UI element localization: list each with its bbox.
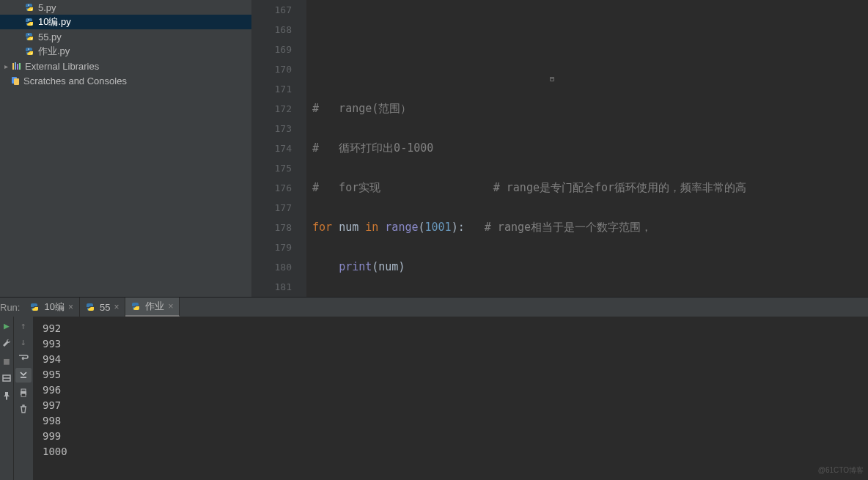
run-toolbar-col2: ↑ ↓ xyxy=(14,317,34,480)
rerun-icon[interactable]: ▶ xyxy=(1,320,12,331)
svg-point-2 xyxy=(28,19,29,21)
stop-icon[interactable]: ■ xyxy=(1,355,12,366)
external-libs-label: External Libraries xyxy=(25,61,99,72)
project-sidebar[interactable]: 5.py 10编.py 55.py 作业.py ▸ External Lib xyxy=(0,0,251,297)
library-icon xyxy=(12,61,22,71)
file-item-selected[interactable]: 10编.py xyxy=(0,15,251,29)
run-toolbar-col1: ▶ ■ xyxy=(0,317,14,480)
scratches-consoles[interactable]: Scratches and Consoles xyxy=(0,73,251,88)
fold-icon[interactable]: ⊟ xyxy=(550,75,557,82)
run-tab[interactable]: 55 × xyxy=(80,298,125,317)
python-file-icon xyxy=(131,301,141,311)
run-tab-active[interactable]: 作业 × xyxy=(125,298,180,317)
code-content[interactable]: # range(范围） # 循环打印出0-1000 # for实现 # rang… xyxy=(306,0,868,297)
python-file-icon xyxy=(25,2,35,12)
line-gutter: 167 168 169 170 171 172 173 174 175 176 … xyxy=(251,0,306,297)
trash-icon[interactable] xyxy=(18,403,29,415)
svg-rect-10 xyxy=(17,64,18,70)
svg-point-7 xyxy=(31,53,32,54)
python-file-icon xyxy=(25,46,35,56)
scroll-to-end-icon[interactable] xyxy=(15,368,32,383)
svg-point-6 xyxy=(28,48,29,50)
svg-rect-17 xyxy=(21,389,26,391)
run-tab-label: 55 xyxy=(100,302,110,313)
layout-icon[interactable] xyxy=(1,372,12,384)
run-label: Run: xyxy=(0,302,24,313)
svg-rect-13 xyxy=(14,78,19,85)
file-item[interactable]: 5.py xyxy=(0,0,251,15)
watermark: @61CTO博客 xyxy=(818,465,864,476)
svg-point-5 xyxy=(31,38,32,40)
run-tab-label: 作业 xyxy=(145,300,164,313)
run-tab[interactable]: 10编 × xyxy=(24,298,79,317)
svg-rect-8 xyxy=(12,63,14,70)
python-file-icon xyxy=(86,302,96,312)
svg-point-1 xyxy=(31,9,32,10)
file-label: 5.py xyxy=(38,2,56,13)
svg-rect-11 xyxy=(19,63,21,70)
svg-point-0 xyxy=(28,4,29,6)
svg-rect-18 xyxy=(21,394,26,396)
print-icon[interactable] xyxy=(18,387,29,399)
python-file-icon xyxy=(30,302,40,312)
svg-point-3 xyxy=(31,23,32,25)
chevron-right-icon: ▸ xyxy=(3,62,9,70)
arrow-down-icon[interactable]: ↓ xyxy=(18,336,29,347)
file-label: 55.py xyxy=(38,32,62,43)
external-libraries[interactable]: ▸ External Libraries xyxy=(0,59,251,73)
close-icon[interactable]: × xyxy=(114,302,119,312)
file-label: 作业.py xyxy=(38,45,70,58)
soft-wrap-icon[interactable] xyxy=(18,352,29,363)
svg-rect-9 xyxy=(15,62,16,70)
run-tab-label: 10编 xyxy=(44,300,64,314)
file-item[interactable]: 作业.py xyxy=(0,44,251,59)
code-editor[interactable]: 167 168 169 170 171 172 173 174 175 176 … xyxy=(251,0,868,297)
wrench-icon[interactable] xyxy=(1,337,12,349)
scratches-icon xyxy=(10,75,21,86)
svg-point-4 xyxy=(28,34,29,35)
file-label: 10编.py xyxy=(38,15,71,29)
python-file-icon xyxy=(25,32,35,42)
arrow-up-icon[interactable]: ↑ xyxy=(18,320,29,331)
file-item[interactable]: 55.py xyxy=(0,29,251,44)
close-icon[interactable]: × xyxy=(168,301,173,311)
pin-icon[interactable] xyxy=(1,390,12,402)
close-icon[interactable]: × xyxy=(68,302,73,312)
scratches-label: Scratches and Consoles xyxy=(23,75,127,86)
python-file-icon xyxy=(25,17,35,27)
